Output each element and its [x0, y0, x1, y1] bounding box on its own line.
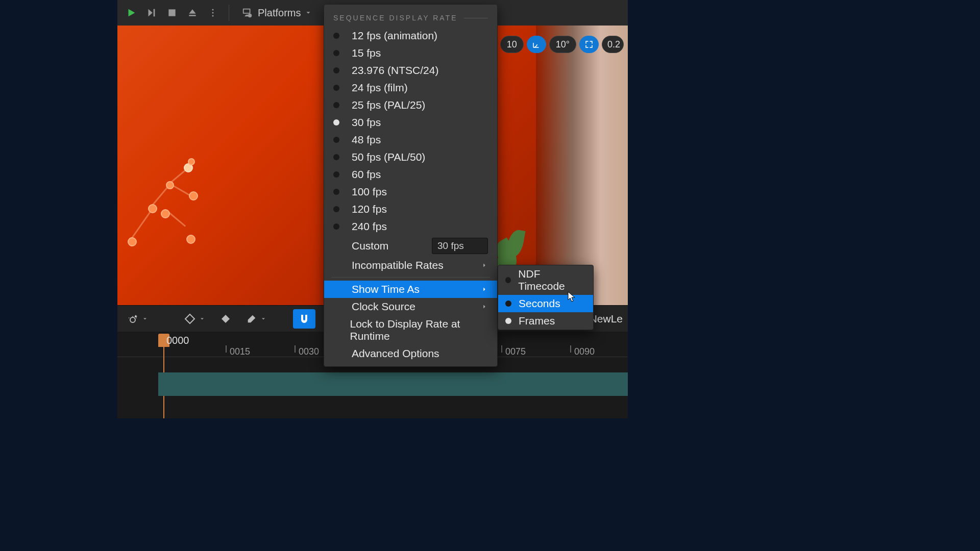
svg-rect-2 — [189, 15, 195, 16]
rate-option[interactable]: 15 fps — [324, 44, 497, 62]
auto-key-button[interactable] — [215, 309, 236, 329]
timeline-tick: 0090 — [574, 346, 595, 357]
svg-point-8 — [248, 14, 252, 17]
eject-button[interactable] — [183, 3, 202, 22]
play-button[interactable] — [121, 3, 141, 22]
snap-toggle-button[interactable] — [293, 309, 315, 329]
svg-point-4 — [212, 12, 214, 14]
rate-option[interactable]: 25 fps (PAL/25) — [324, 96, 497, 114]
rate-option-label: 50 fps (PAL/50) — [352, 151, 425, 163]
dropdown-header: SEQUENCE DISPLAY RATE — [324, 5, 497, 27]
timeline-tick: 0030 — [299, 346, 319, 357]
viewport-decoration — [117, 102, 250, 255]
show-time-as-submenu: NDF TimecodeSecondsFrames — [498, 265, 594, 330]
rate-option[interactable]: 30 fps — [324, 114, 497, 131]
radio-bullet — [505, 318, 511, 324]
step-button[interactable] — [142, 3, 161, 22]
chevron-down-icon — [260, 316, 266, 322]
radio-bullet — [333, 206, 339, 212]
svg-point-9 — [130, 317, 135, 322]
rate-option[interactable]: 60 fps — [324, 166, 497, 183]
custom-fps-input[interactable] — [432, 238, 488, 254]
angle-snap-value[interactable]: 10° — [549, 36, 576, 53]
radio-bullet — [333, 33, 339, 39]
radio-bullet — [333, 223, 339, 230]
time-format-option[interactable]: Seconds — [498, 295, 593, 312]
viewport-right-panel — [536, 26, 628, 305]
dropdown-separator — [331, 277, 490, 278]
rate-option[interactable]: 48 fps — [324, 131, 497, 148]
radio-bullet — [333, 67, 339, 73]
rate-option-label: 25 fps (PAL/25) — [352, 99, 425, 111]
radio-bullet — [333, 102, 339, 108]
rate-option-label: 30 fps — [352, 116, 381, 129]
current-frame-label: 0000 — [166, 335, 189, 346]
time-format-label: NDF Timecode — [518, 268, 586, 292]
svg-rect-1 — [168, 9, 175, 16]
svg-rect-7 — [244, 10, 250, 13]
platforms-dropdown[interactable]: Platforms — [235, 3, 318, 22]
chevron-right-icon — [481, 262, 488, 269]
radio-bullet — [333, 189, 339, 195]
timeline-tick: 0015 — [230, 346, 250, 357]
viewport-controls: 10 10° 0.2 — [478, 36, 624, 53]
radio-bullet — [333, 137, 339, 143]
sequence-name[interactable]: NewLe — [590, 313, 623, 325]
rate-option[interactable]: 24 fps (film) — [324, 79, 497, 96]
incompatible-rates-item[interactable]: Incompatible Rates — [324, 257, 497, 274]
rate-option-label: 12 fps (animation) — [352, 30, 437, 42]
gear-sparkle-icon — [127, 313, 139, 325]
stop-button[interactable] — [162, 3, 182, 22]
chevron-down-icon — [142, 316, 148, 322]
toolbar-separator — [229, 5, 229, 21]
timeline-track[interactable] — [158, 372, 628, 396]
rate-option[interactable]: 12 fps (animation) — [324, 27, 497, 44]
rate-option-label: 23.976 (NTSC/24) — [352, 64, 438, 77]
rate-option-label: 60 fps — [352, 168, 381, 181]
rate-option[interactable]: 120 fps — [324, 201, 497, 218]
time-format-option[interactable]: Frames — [498, 312, 593, 330]
show-time-as-item[interactable]: Show Time As — [324, 281, 497, 298]
clock-source-item[interactable]: Clock Source — [324, 298, 497, 315]
radio-bullet — [333, 50, 339, 56]
rate-option[interactable]: 100 fps — [324, 183, 497, 201]
advanced-options-item[interactable]: Advanced Options — [324, 345, 497, 362]
chevron-down-icon — [305, 9, 312, 16]
chevron-right-icon — [481, 303, 488, 310]
angle-snap-toggle[interactable] — [527, 36, 546, 53]
mouse-cursor-icon — [568, 291, 577, 304]
platforms-label: Platforms — [258, 7, 301, 19]
magnet-icon — [298, 313, 310, 325]
actions-menu-button[interactable] — [122, 309, 152, 329]
rate-custom-item[interactable]: Custom — [324, 235, 497, 257]
scale-snap-toggle[interactable] — [579, 36, 599, 53]
edit-tool-button[interactable] — [242, 309, 271, 329]
time-format-label: Frames — [519, 315, 555, 327]
kebab-menu-button[interactable] — [203, 3, 223, 22]
keyframe-menu-button[interactable] — [180, 309, 209, 329]
pen-icon — [246, 313, 257, 324]
rate-option[interactable]: 50 fps (PAL/50) — [324, 148, 497, 166]
angle-icon — [532, 40, 541, 49]
radio-bullet — [333, 154, 339, 160]
display-rate-dropdown: SEQUENCE DISPLAY RATE 12 fps (animation)… — [324, 4, 498, 367]
radio-bullet — [505, 300, 511, 307]
chevron-right-icon — [481, 286, 488, 293]
diamond-icon — [184, 313, 196, 325]
scale-snap-value[interactable]: 0.2 — [602, 36, 624, 53]
rate-option-label: 120 fps — [352, 203, 387, 215]
rate-option[interactable]: 240 fps — [324, 218, 497, 235]
platforms-icon — [241, 7, 254, 18]
grid-size-value[interactable]: 10 — [500, 36, 524, 53]
timeline-tick: 0075 — [505, 346, 526, 357]
svg-point-3 — [212, 9, 214, 11]
lock-display-rate-item[interactable]: Lock to Display Rate at Runtime — [324, 315, 497, 345]
radio-bullet — [333, 85, 339, 91]
radio-bullet — [333, 171, 339, 178]
svg-rect-0 — [154, 9, 155, 17]
time-format-option[interactable]: NDF Timecode — [498, 265, 593, 295]
radio-bullet — [505, 277, 511, 283]
rate-option[interactable]: 23.976 (NTSC/24) — [324, 62, 497, 79]
rate-option-label: 240 fps — [352, 220, 387, 233]
rate-option-label: 24 fps (film) — [352, 82, 408, 94]
